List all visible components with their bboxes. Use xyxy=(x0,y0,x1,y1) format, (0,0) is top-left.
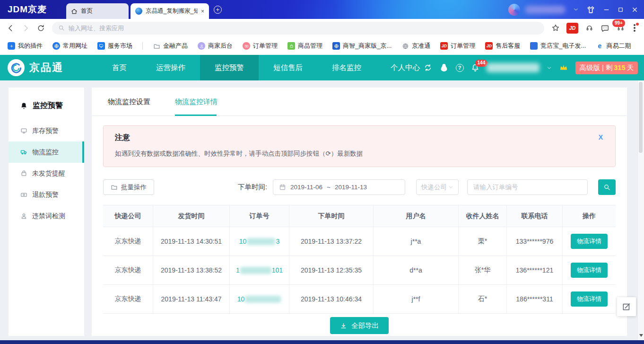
reload-icon[interactable] xyxy=(37,24,45,32)
vip-badge[interactable]: 高级版 | 剩 315 天 xyxy=(575,62,638,74)
nav-item-monitor-alert[interactable]: 监控预警 xyxy=(200,55,259,80)
avatar[interactable] xyxy=(508,4,520,16)
order-redacted xyxy=(247,238,275,245)
plugin-icon xyxy=(8,42,15,50)
sidebar-item-label: 退款预警 xyxy=(32,191,59,199)
forward-icon[interactable] xyxy=(22,24,30,32)
close-window-button[interactable] xyxy=(631,6,638,13)
tab-favicon xyxy=(135,8,142,15)
nav-item-sms-aftersale[interactable]: 短信售后 xyxy=(259,55,317,80)
back-icon[interactable] xyxy=(7,24,15,32)
sidebar-item-logistics-monitor[interactable]: 物流监控 xyxy=(9,141,84,163)
bookmark-star-icon[interactable] xyxy=(551,24,560,32)
sync-icon[interactable] xyxy=(424,63,432,72)
search-button[interactable] xyxy=(598,179,616,195)
bookmark-common-sites[interactable]: 常用网址 xyxy=(52,42,87,50)
nav-item-ranking[interactable]: 排名监控 xyxy=(317,55,376,80)
nav-item-home[interactable]: 首页 xyxy=(97,55,141,80)
cell-order-time: 2019-11-13 10:46:34 xyxy=(289,285,374,313)
jdb-icon xyxy=(530,42,538,50)
sidebar-item-stock-alert[interactable]: 库存预警 xyxy=(9,120,84,141)
order-time-label: 下单时间: xyxy=(238,183,267,192)
browser-tab-active[interactable]: 京品通_复制搬家_短信 × xyxy=(131,3,209,19)
sidebar-item-unshipped-reminder[interactable]: 未发货提醒 xyxy=(9,163,84,184)
jd-icon: JD xyxy=(485,42,493,50)
order-number-link[interactable]: 1 101 xyxy=(236,266,283,274)
home-icon xyxy=(71,8,78,15)
bookmark-jingdianbao[interactable]: 竞店宝_电子发... xyxy=(530,42,586,50)
col-header: 收件人姓名 xyxy=(459,205,507,227)
feedback-compose-button[interactable] xyxy=(617,297,636,316)
scrollbar-thumb[interactable] xyxy=(639,82,643,153)
bookmark-order-mgmt-1[interactable]: 订单管理 xyxy=(243,42,278,50)
bookmark-goods-mgmt[interactable]: 商品管理 xyxy=(287,42,322,50)
col-header: 下单时间 xyxy=(289,205,374,227)
url-input[interactable] xyxy=(69,25,538,32)
brand: 京品通 xyxy=(8,55,63,80)
jd-icon: JD xyxy=(440,42,448,50)
cell-phone: 133******976 xyxy=(507,227,563,256)
shangzhi-icon xyxy=(332,42,340,50)
batch-operation-button[interactable]: 批量操作 xyxy=(103,179,154,195)
bookmark-merchant-backend[interactable]: 商家后台 xyxy=(198,42,233,50)
order-number-field[interactable] xyxy=(467,179,588,195)
order-redacted xyxy=(240,267,271,274)
brand-name: 京品通 xyxy=(29,61,63,75)
bookmark-finance[interactable]: 金融产品 xyxy=(153,42,188,50)
chat-icon[interactable] xyxy=(600,24,609,33)
browser-tab-home[interactable]: 首页 xyxy=(66,3,129,19)
new-tab-button[interactable] xyxy=(214,6,222,14)
bookmark-jingzhuntong[interactable]: 京准通 xyxy=(401,42,430,50)
customer-service-icon[interactable] xyxy=(585,24,594,33)
bookmark-shangyi[interactable]: e商易二期 xyxy=(596,42,631,50)
table-footer: 全部导出 xyxy=(92,315,627,336)
bookmark-aftersale[interactable]: JD售后客服 xyxy=(485,42,520,50)
cell-order-time: 2019-11-13 12:35:35 xyxy=(289,256,374,284)
window-bottom-border xyxy=(0,340,644,344)
address-bar: JD 99+ xyxy=(0,19,644,37)
logistics-detail-button[interactable]: 物流详情 xyxy=(571,263,608,278)
chevron-down-icon[interactable] xyxy=(547,65,552,71)
chevron-down-icon[interactable] xyxy=(573,7,579,12)
bookmark-order-mgmt-2[interactable]: JD订单管理 xyxy=(440,42,475,50)
logistics-detail-button[interactable]: 物流详情 xyxy=(571,234,608,249)
minimize-button[interactable] xyxy=(603,6,610,13)
help-icon[interactable]: ? xyxy=(456,64,464,72)
order-number-link[interactable]: 10 3 xyxy=(239,238,279,245)
table-row: 京东快递 2019-11-13 13:38:52 1 101 2019-11-1… xyxy=(103,256,616,285)
menu-dots-icon[interactable] xyxy=(634,27,635,29)
sidebar-item-banned-words[interactable]: 违禁词检测 xyxy=(9,205,84,227)
sidebar-item-refund-alert[interactable]: 退款预警 xyxy=(9,184,84,205)
jd-app-icon[interactable]: JD xyxy=(566,23,578,34)
notice-box: 注意 如遇到没有数据或数据准确性、时效性异常时，请手动点击顶部同步按钮（⟳）最新… xyxy=(103,125,616,167)
tab-close-icon[interactable]: × xyxy=(201,8,204,15)
export-all-button[interactable]: 全部导出 xyxy=(330,317,389,334)
account-name-redacted[interactable] xyxy=(487,63,540,72)
url-search-field[interactable] xyxy=(52,22,544,35)
vip-days: 315 xyxy=(614,64,625,71)
qq-penguin-icon[interactable] xyxy=(439,63,449,72)
order-number-link[interactable]: 10 xyxy=(237,295,282,303)
logistics-detail-button[interactable]: 物流详情 xyxy=(571,291,608,307)
courier-select[interactable]: 快递公司 xyxy=(416,179,459,195)
order-prefix: 10 xyxy=(237,295,245,303)
tab-logistics-settings[interactable]: 物流监控设置 xyxy=(108,88,150,116)
nav-item-operations[interactable]: 运营操作 xyxy=(141,55,200,80)
page-scrollbar[interactable] xyxy=(637,80,644,340)
theme-skin-icon[interactable] xyxy=(586,5,595,14)
bell-solid-icon xyxy=(20,102,28,110)
bookmark-label: 订单管理 xyxy=(253,42,278,50)
bookmark-shangzhi[interactable]: 商智_商家版_京... xyxy=(332,42,392,50)
notification-bell[interactable]: 144 xyxy=(471,63,479,72)
notice-close-icon[interactable]: X xyxy=(599,133,603,141)
messages-icon[interactable]: 99+ xyxy=(616,24,625,33)
date-range-picker[interactable]: 2019-11-06 ~ 2019-11-13 xyxy=(273,179,405,195)
bookmark-label: 服务市场 xyxy=(108,42,132,50)
col-header: 发货时间 xyxy=(153,205,230,227)
order-number-input[interactable] xyxy=(473,184,582,191)
bookmark-service-market[interactable]: 服务市场 xyxy=(97,42,132,50)
scrollbar-down-arrow[interactable] xyxy=(639,334,643,337)
bookmark-my-plugins[interactable]: 我的插件 xyxy=(8,42,43,50)
tab-logistics-details[interactable]: 物流监控详情 xyxy=(175,88,218,116)
maximize-button[interactable] xyxy=(618,7,624,13)
